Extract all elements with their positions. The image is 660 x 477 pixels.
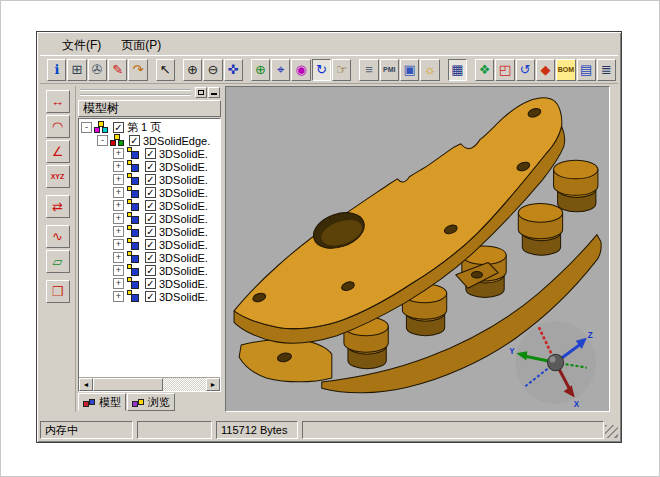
measure-distance-button[interactable]: ↔ (46, 90, 70, 113)
tree-expander-icon[interactable]: + (113, 187, 124, 198)
zoom-select-button[interactable]: ⌖ (271, 59, 290, 81)
visibility-checkbox[interactable]: ✓ (145, 265, 156, 276)
tree-row[interactable]: -✓第 1 页 (81, 121, 220, 134)
tree-expander-icon[interactable]: - (81, 122, 92, 133)
tree-row[interactable]: +✓3DSolidE. (81, 251, 220, 264)
render-cube-button[interactable]: ▣ (400, 59, 419, 81)
tab-model-label: 模型 (99, 395, 121, 410)
properties-table-button[interactable]: ▤ (577, 59, 596, 81)
measure-radius-button[interactable]: ◠ (46, 115, 70, 138)
tree-row[interactable]: +✓3DSolidE. (81, 199, 220, 212)
layers-button[interactable]: ≡ (359, 59, 378, 81)
tree-expander-icon[interactable]: + (113, 174, 124, 185)
measure-coordinate-button[interactable]: XYZ (46, 165, 70, 188)
tab-model[interactable]: 模型 (78, 393, 126, 411)
tree-expander-icon[interactable]: + (113, 200, 124, 211)
scrollbar-thumb[interactable] (93, 378, 163, 391)
tree-row[interactable]: +✓3DSolidE. (81, 173, 220, 186)
part-icon (126, 290, 143, 303)
pmi-button[interactable]: PMI (380, 59, 399, 81)
tree-row[interactable]: +✓3DSolidE. (81, 225, 220, 238)
measure-angle-button[interactable]: ∠ (46, 140, 70, 163)
print-preview-button[interactable]: ⊞ (67, 59, 86, 81)
tree-row[interactable]: +✓3DSolidE. (81, 238, 220, 251)
resize-grip[interactable] (605, 425, 618, 438)
tree-tabs: 模型浏览 (78, 392, 221, 412)
explode-button[interactable]: ◆ (536, 59, 555, 81)
light-button[interactable]: ☼ (420, 59, 439, 81)
capture-button[interactable]: ▦ (448, 59, 467, 81)
visibility-checkbox[interactable]: ✓ (145, 226, 156, 237)
visibility-checkbox[interactable]: ✓ (145, 161, 156, 172)
visibility-checkbox[interactable]: ✓ (145, 200, 156, 211)
panel-titlebar[interactable] (78, 86, 221, 99)
panel-hide-button[interactable] (208, 87, 220, 98)
hand-pan-button[interactable]: ☞ (332, 59, 351, 81)
bom-button[interactable]: BOM (556, 59, 575, 81)
tree-list-button[interactable]: ≣ (597, 59, 616, 81)
tree-horizontal-scrollbar[interactable]: ◄ ► (79, 377, 220, 391)
orbit-button[interactable]: ◉ (291, 59, 310, 81)
part-icon (126, 186, 143, 199)
tree-row[interactable]: +✓3DSolidE. (81, 212, 220, 225)
tree-row[interactable]: +✓3DSolidE. (81, 160, 220, 173)
select-cursor-button[interactable]: ↖ (156, 59, 175, 81)
visibility-checkbox[interactable]: ✓ (145, 239, 156, 250)
status-bar: 内存中115712 Bytes (40, 419, 618, 440)
tree-expander-icon[interactable]: + (113, 148, 124, 159)
menu-file[interactable]: 文件(F) (62, 37, 101, 54)
visibility-checkbox[interactable]: ✓ (145, 187, 156, 198)
measure-volume-button[interactable]: ❒ (46, 280, 70, 303)
move-part-button[interactable]: ◰ (495, 59, 514, 81)
visibility-checkbox[interactable]: ✓ (145, 291, 156, 302)
tree-row[interactable]: +✓3DSolidE. (81, 147, 220, 160)
visibility-checkbox[interactable]: ✓ (145, 278, 156, 289)
tree-row[interactable]: +✓3DSolidE. (81, 264, 220, 277)
annotate-pen-button[interactable]: ✎ (108, 59, 127, 81)
roller-stack-5 (554, 160, 598, 212)
panel-drag-gripper[interactable] (80, 89, 191, 96)
tree-expander-icon[interactable]: + (113, 239, 124, 250)
zoom-out-button[interactable]: ⊖ (203, 59, 222, 81)
orbit-assembly-button[interactable]: ↺ (516, 59, 535, 81)
print-button[interactable]: ✇ (88, 59, 107, 81)
zoom-in-button[interactable]: ⊕ (183, 59, 202, 81)
menu-page[interactable]: 页面(P) (121, 37, 161, 54)
tree-row[interactable]: +✓3DSolidE. (81, 277, 220, 290)
pan-button[interactable]: ✜ (224, 59, 243, 81)
tree-expander-icon[interactable]: + (113, 278, 124, 289)
tree-expander-icon[interactable]: - (97, 135, 108, 146)
tree-row[interactable]: +✓3DSolidE. (81, 186, 220, 199)
spin-button[interactable]: ↻ (312, 59, 331, 81)
export-button[interactable]: ↷ (128, 59, 147, 81)
visibility-checkbox[interactable]: ✓ (145, 148, 156, 159)
3d-viewport[interactable]: Z Y X (225, 86, 610, 412)
tree-expander-icon[interactable]: + (113, 291, 124, 302)
zoom-window-button[interactable]: ⊕ (251, 59, 270, 81)
tree-expander-icon[interactable]: + (113, 265, 124, 276)
measure-area-button[interactable]: ▱ (46, 250, 70, 273)
assembly-tree-button[interactable]: ❖ (475, 59, 494, 81)
info-button[interactable]: ℹ (47, 59, 66, 81)
measure-curve-button[interactable]: ∿ (46, 225, 70, 248)
scroll-left-arrow[interactable]: ◄ (79, 378, 93, 391)
scroll-right-arrow[interactable]: ► (206, 378, 220, 391)
tree-expander-icon[interactable]: + (113, 213, 124, 224)
desktop: { "window": { "chrome_color": "#D4D0C8" … (0, 0, 660, 477)
tree-expander-icon[interactable]: + (113, 226, 124, 237)
tree-row[interactable]: -✓3DSolidEdge. (81, 134, 220, 147)
panel-float-button[interactable] (195, 87, 207, 98)
visibility-checkbox[interactable]: ✓ (129, 135, 140, 146)
tree-expander-icon[interactable]: + (113, 161, 124, 172)
visibility-checkbox[interactable]: ✓ (145, 252, 156, 263)
visibility-checkbox[interactable]: ✓ (145, 213, 156, 224)
visibility-checkbox[interactable]: ✓ (113, 122, 124, 133)
measure-gap-button[interactable]: ⇄ (46, 195, 70, 218)
visibility-checkbox[interactable]: ✓ (145, 174, 156, 185)
3d-viewport-canvas[interactable]: Z Y X (226, 87, 609, 411)
tab-browse[interactable]: 浏览 (127, 393, 175, 411)
tree-expander-icon[interactable]: + (113, 252, 124, 263)
tree-item-label: 3DSolidE. (159, 148, 208, 160)
tree-row[interactable]: +✓3DSolidE. (81, 290, 220, 303)
scrollbar-track[interactable] (93, 378, 206, 391)
